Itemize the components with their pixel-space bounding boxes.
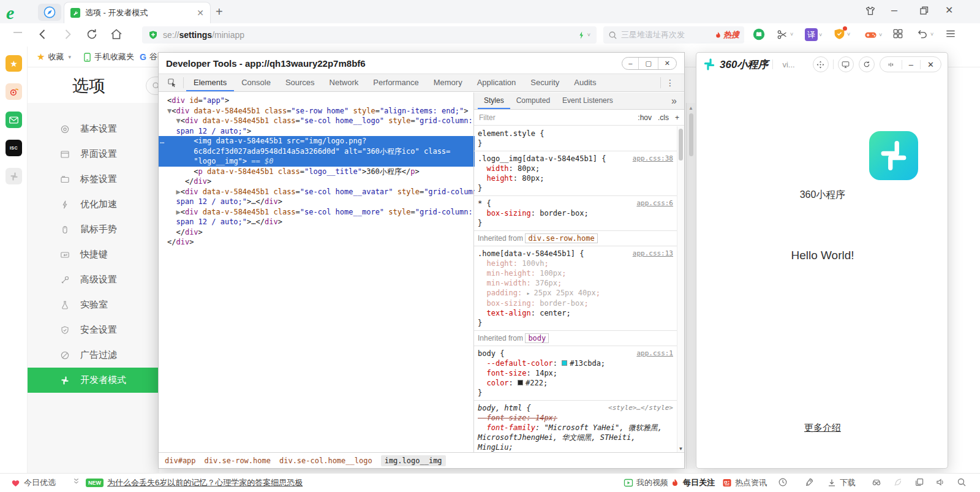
headline-link[interactable]: 为什么会丢失6岁以前的记忆？心理学家的答案细思恐极	[107, 477, 303, 488]
back-button[interactable]	[36, 27, 50, 42]
statusbar-flame-button[interactable]: 每日关注	[670, 477, 715, 488]
inspect-element-icon[interactable]	[164, 78, 181, 88]
style-rules-list[interactable]: element.style {}app.css:38.logo__img[dat…	[474, 126, 677, 452]
dom-tree-line[interactable]: ▼<div data-v-584e45b1 class="se-col home…	[159, 116, 475, 126]
reload-button[interactable]	[85, 27, 99, 42]
dom-tree-line[interactable]: "logo__img"> == $0	[159, 156, 475, 167]
settings-menu-item[interactable]: 优化加速	[28, 192, 159, 217]
css-source-link[interactable]: app.css:13	[633, 249, 673, 259]
dock-weibo-icon[interactable]	[6, 83, 22, 100]
scroll-up-arrow[interactable]: ▲	[687, 103, 695, 111]
scroll-thumb[interactable]	[679, 129, 683, 161]
styles-toggle[interactable]: .cls	[658, 113, 669, 122]
dom-tree-line[interactable]: span 12 / auto;">…</div>	[159, 217, 475, 227]
miniapp-more-link[interactable]: 更多介绍	[696, 422, 949, 434]
devtools-tab-performance[interactable]: Performance	[366, 74, 426, 91]
miniapp-refresh-button[interactable]	[859, 56, 875, 72]
dom-tree-line[interactable]: <p data-v-584e45b1 class="logo__title">3…	[159, 167, 475, 177]
statusbar-windows-icon[interactable]	[914, 477, 924, 487]
dom-tree-line[interactable]: </div>	[159, 237, 475, 248]
breadcrumb[interactable]: div.se-col.home__logo	[279, 456, 372, 465]
miniapp-close-button[interactable]: ✕	[920, 60, 941, 69]
statusbar-download-button[interactable]: 下载	[827, 477, 856, 488]
address-input[interactable]: se://settings/miniapp ˅	[142, 26, 597, 44]
settings-menu-item[interactable]: 高级设置	[28, 267, 159, 292]
dock-miniapp-icon[interactable]	[6, 168, 22, 184]
collapse-chevrons-icon[interactable]	[72, 477, 80, 485]
undo-restore-icon[interactable]: ˅	[916, 28, 933, 40]
browser-logo-icon[interactable]: e	[6, 2, 28, 23]
settings-menu-item[interactable]: 广告过滤	[28, 343, 159, 368]
statusbar-speaker-icon[interactable]	[935, 477, 945, 487]
inherited-selector-chip[interactable]: body	[525, 333, 549, 343]
news-ticker[interactable]: NEW 为什么会丢失6岁以前的记忆？心理学家的答案细思恐极	[86, 477, 303, 488]
theme-skin-icon[interactable]	[864, 5, 877, 18]
games-gamepad-icon[interactable]: ˅	[864, 28, 882, 42]
scroll-thumb[interactable]	[689, 113, 693, 156]
window-close-button[interactable]: ✕	[945, 4, 953, 16]
scroll-down-arrow[interactable]: ▼	[677, 446, 684, 452]
statusbar-rocket-icon[interactable]	[804, 477, 814, 487]
search-box[interactable]: 三星堆遗址再次发 热搜	[603, 26, 744, 44]
statusbar-gadget-icon[interactable]	[872, 477, 881, 487]
bookmark-mobile-folder[interactable]: 手机收藏夹	[83, 51, 134, 62]
settings-menu-item[interactable]: 鼠标手势	[28, 217, 159, 242]
devtools-tab-console[interactable]: Console	[234, 74, 278, 91]
security-shield-icon[interactable]: ˅	[833, 28, 850, 40]
dom-tree-line[interactable]: … <img data-v-584e45b1 src="img/logo.png…	[159, 136, 475, 146]
styles-tab-event-listeners[interactable]: Event Listeners	[556, 93, 619, 109]
devtools-tab-security[interactable]: Security	[523, 74, 567, 91]
settings-menu-item[interactable]: 安全设置	[28, 317, 159, 343]
settings-menu-item[interactable]: 基本设置	[28, 116, 159, 142]
devtools-tab-network[interactable]: Network	[322, 74, 366, 91]
miniapp-desktop-button[interactable]	[838, 56, 854, 72]
devtools-tab-elements[interactable]: Elements	[186, 74, 234, 91]
browser-tab[interactable]: 选项 - 开发者模式 ✕	[64, 2, 211, 23]
apps-grid-icon[interactable]	[892, 28, 904, 40]
devtools-titlebar[interactable]: Developer Tools - app://qh13waury22p7m8b…	[159, 53, 684, 74]
css-rule[interactable]: element.style {}	[474, 126, 677, 151]
miniapp-minimize-button[interactable]: –	[902, 60, 920, 69]
styles-toggle[interactable]: +	[675, 113, 679, 122]
miniapp-menu-icon[interactable]	[880, 61, 902, 69]
window-restore-button[interactable]	[918, 5, 930, 17]
css-source-link[interactable]: app.css:6	[636, 199, 673, 208]
forward-button[interactable]	[60, 27, 75, 42]
css-source-link[interactable]: app.css:1	[636, 349, 673, 358]
home-button[interactable]	[109, 27, 124, 42]
dom-tree-line[interactable]: span 12 / auto;">	[159, 126, 475, 137]
statusbar-search-icon[interactable]	[957, 477, 967, 487]
styles-tab-styles[interactable]: Styles	[478, 93, 510, 109]
dock-isc-icon[interactable]: ISC	[6, 140, 22, 156]
miniapp-titlebar[interactable]: 360小程序 vi... – ✕	[696, 53, 948, 76]
devtools-close-button[interactable]: ✕	[658, 58, 676, 69]
dom-tree-line[interactable]: ▶<div data-v-584e45b1 class="se-col home…	[159, 187, 475, 197]
page-scrollbar[interactable]: ▲	[686, 103, 695, 469]
quick-boost-icon[interactable]: ˅	[577, 31, 590, 40]
tab-close-icon[interactable]: ✕	[197, 9, 204, 17]
dom-tree-line[interactable]: </div>	[159, 227, 475, 238]
translate-icon[interactable]: 译 ˅	[805, 28, 822, 41]
hot-search-label[interactable]: 热搜	[723, 29, 739, 40]
devtools-tab-sources[interactable]: Sources	[278, 74, 322, 91]
daily-picks-button[interactable]: 今日优选	[11, 477, 56, 488]
settings-menu-item[interactable]: 快捷键	[28, 242, 159, 267]
statusbar-clock-icon[interactable]	[778, 477, 788, 487]
dom-tree-line[interactable]: </div>	[159, 176, 475, 187]
styles-filter-input[interactable]: Filter	[479, 113, 631, 122]
new-tab-button[interactable]: +	[216, 5, 223, 19]
devtools-tab-memory[interactable]: Memory	[426, 74, 470, 91]
css-rule[interactable]: <style>…</style>body, html { font-size: …	[474, 401, 677, 452]
devtools-tab-audits[interactable]: Audits	[567, 74, 603, 91]
dock-mail-icon[interactable]	[6, 112, 22, 128]
dom-tree-line[interactable]: ▶<div data-v-584e45b1 class="se-col home…	[159, 207, 475, 218]
inherited-selector-chip[interactable]: div.se-row.home	[525, 233, 597, 243]
styles-tab-computed[interactable]: Computed	[510, 93, 556, 109]
breadcrumb[interactable]: img.logo__img	[381, 455, 446, 466]
main-menu-icon[interactable]	[944, 28, 957, 40]
speed-dial-tab[interactable]	[38, 4, 61, 21]
styles-toggle[interactable]: :hov	[638, 113, 652, 122]
screenshot-scissors-icon[interactable]: ˅	[775, 28, 793, 41]
breadcrumb[interactable]: div#app	[165, 456, 196, 465]
site-shield-icon[interactable]	[148, 30, 158, 40]
